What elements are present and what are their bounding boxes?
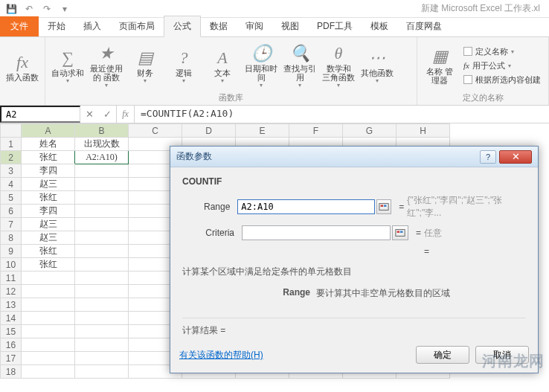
more-icon: ⋯ [369, 48, 385, 68]
col-header-c[interactable]: C [129, 124, 182, 138]
tab-view[interactable]: 视图 [272, 16, 308, 36]
lookup-icon: 🔍 [290, 43, 310, 64]
row-header[interactable]: 5 [1, 191, 22, 205]
col-header-h[interactable]: H [396, 124, 450, 138]
dialog-title-bar[interactable]: 函数参数 ? ✕ [170, 147, 538, 167]
fx-small-icon: fx [463, 61, 469, 70]
function-arguments-dialog: 函数参数 ? ✕ COUNTIF Range = {"张红";"李四";"赵三"… [170, 146, 539, 373]
select-all-corner[interactable] [1, 124, 22, 138]
row-header[interactable]: 4 [1, 178, 22, 191]
redo-icon[interactable]: ↷ [39, 1, 55, 16]
arg-range-input[interactable] [237, 199, 375, 214]
document-title: 新建 Microsoft Excel 工作表.xl [421, 2, 546, 15]
arg-criteria-preview: 任意 [424, 227, 442, 240]
row-header[interactable]: 17 [1, 352, 22, 365]
row-header[interactable]: 16 [1, 338, 22, 352]
range-ref-button[interactable] [376, 199, 391, 214]
use-in-formula-button[interactable]: fx用于公式 ▾ [460, 60, 544, 72]
col-header-e[interactable]: E [236, 124, 289, 138]
row-header[interactable]: 8 [1, 231, 22, 245]
collapse-dialog-icon [379, 202, 389, 212]
row-header[interactable]: 3 [1, 164, 22, 178]
fx-button[interactable]: fx [117, 106, 135, 123]
col-header-f[interactable]: F [289, 124, 343, 138]
cell[interactable]: 张红 [22, 151, 75, 164]
row-header[interactable]: 2 [1, 151, 22, 164]
math-trig-button[interactable]: θ数学和 三角函数▾ [321, 40, 356, 91]
cell[interactable]: 张红 [22, 258, 75, 271]
financial-button[interactable]: ▤财务▾ [127, 40, 163, 91]
formula-input[interactable]: =COUNTIF(A2:A10) [135, 106, 549, 123]
tab-insert[interactable]: 插入 [74, 16, 110, 36]
dialog-close-button[interactable]: ✕ [499, 150, 532, 164]
name-mgr-icon: ▦ [432, 46, 448, 67]
row-header[interactable]: 7 [1, 218, 22, 231]
recently-used-button[interactable]: ★最近使用的 函数▾ [89, 40, 124, 91]
cancel-button[interactable]: 取消 [475, 346, 529, 364]
tab-data[interactable]: 数据 [201, 16, 237, 36]
cancel-edit-button[interactable]: ✕ [80, 109, 98, 120]
argument-description: 要计算其中非空单元格数目的区域 [316, 287, 450, 300]
tab-page-layout[interactable]: 页面布局 [110, 16, 164, 36]
undo-icon[interactable]: ↶ [21, 1, 37, 16]
tab-home[interactable]: 开始 [39, 16, 74, 36]
create-from-selection-button[interactable]: 根据所选内容创建 [460, 74, 544, 86]
define-name-button[interactable]: 定义名称 ▾ [460, 45, 544, 58]
row-header[interactable]: 11 [1, 271, 22, 285]
name-manager-button[interactable]: ▦名称 管理器 [422, 40, 458, 91]
cell[interactable]: 李四 [22, 164, 75, 178]
col-header-b[interactable]: B [75, 124, 129, 138]
logical-button[interactable]: ?逻辑▾ [166, 40, 202, 91]
function-name: COUNTIF [182, 176, 526, 187]
tab-review[interactable]: 审阅 [237, 16, 272, 36]
cell[interactable]: 张红 [22, 245, 75, 258]
tab-template[interactable]: 模板 [362, 16, 397, 36]
cell[interactable]: 出现次数 [75, 138, 129, 151]
name-box[interactable] [0, 106, 80, 123]
arg-criteria-input[interactable] [242, 225, 391, 240]
row-header[interactable]: 12 [1, 285, 22, 298]
row-header[interactable]: 1 [1, 138, 22, 151]
cell[interactable]: 张红 [22, 191, 75, 205]
row-header[interactable]: 10 [1, 258, 22, 271]
tab-baidu[interactable]: 百度网盘 [397, 16, 451, 36]
row-header[interactable]: 13 [1, 298, 22, 312]
row-header[interactable]: 15 [1, 325, 22, 338]
cell[interactable]: 赵三 [22, 178, 75, 191]
col-header-g[interactable]: G [343, 124, 396, 138]
dialog-help-button[interactable]: ? [480, 150, 496, 164]
date-time-button[interactable]: 🕒日期和时间▾ [243, 40, 279, 91]
col-header-a[interactable]: A [22, 124, 75, 138]
criteria-ref-button[interactable] [392, 225, 408, 240]
tab-formulas[interactable]: 公式 [164, 16, 201, 37]
function-help-link[interactable]: 有关该函数的帮助(H) [179, 349, 263, 362]
text-button[interactable]: A文本▾ [205, 40, 240, 91]
more-functions-button[interactable]: ⋯其他函数▾ [359, 40, 395, 91]
row-header[interactable]: 9 [1, 245, 22, 258]
star-icon: ★ [99, 43, 114, 64]
cell[interactable]: 赵三 [22, 218, 75, 231]
clock-icon: 🕒 [251, 43, 272, 64]
qat-customize-icon[interactable]: ▾ [57, 1, 73, 16]
function-library-label: 函数库 [50, 91, 412, 103]
insert-function-button[interactable]: fx 插入函数 [4, 40, 40, 93]
autosum-button[interactable]: ∑自动求和▾ [50, 40, 86, 91]
theta-icon: θ [335, 43, 343, 64]
row-header[interactable]: 14 [1, 312, 22, 325]
cell[interactable]: 姓名 [22, 138, 75, 151]
row-header[interactable]: 18 [1, 365, 22, 379]
cell[interactable]: 李四 [22, 205, 75, 218]
dialog-title: 函数参数 [176, 150, 480, 163]
col-header-d[interactable]: D [182, 124, 236, 138]
svg-rect-2 [384, 205, 387, 207]
tab-pdf-tools[interactable]: PDF工具 [308, 16, 362, 36]
row-header[interactable]: 6 [1, 205, 22, 218]
tab-file[interactable]: 文件 [0, 16, 39, 36]
save-icon[interactable]: 💾 [3, 1, 19, 16]
fx-icon: fx [16, 52, 28, 73]
enter-edit-button[interactable]: ✓ [98, 109, 116, 120]
ok-button[interactable]: 确定 [416, 346, 469, 364]
cell[interactable]: 赵三 [22, 231, 75, 245]
active-cell[interactable]: A2:A10) [75, 151, 129, 164]
lookup-ref-button[interactable]: 🔍查找与引用▾ [282, 40, 318, 91]
